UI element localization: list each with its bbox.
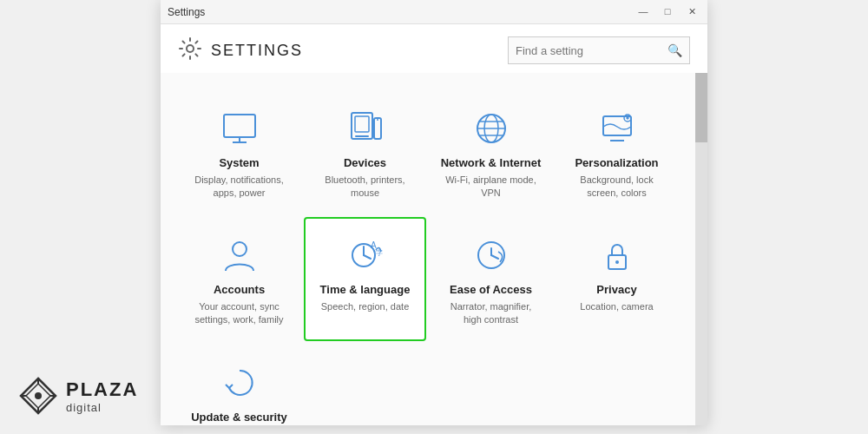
- time-name: Time & language: [320, 283, 411, 297]
- svg-rect-13: [355, 135, 369, 137]
- personalization-name: Personalization: [575, 156, 658, 170]
- title-bar: Settings — □ ✕: [161, 0, 707, 24]
- watermark: PLAZA digital: [17, 375, 138, 417]
- tile-accounts[interactable]: Accounts Your account, sync settings, wo…: [178, 217, 300, 340]
- devices-name: Devices: [344, 156, 386, 170]
- svg-point-7: [187, 45, 194, 52]
- svg-rect-8: [224, 115, 255, 137]
- privacy-name: Privacy: [596, 283, 636, 297]
- system-name: System: [219, 156, 259, 170]
- svg-point-2: [35, 392, 42, 399]
- accounts-name: Accounts: [214, 283, 265, 297]
- settings-grid: System Display, notifications, apps, pow…: [169, 82, 687, 425]
- tile-network[interactable]: Network & Internet Wi-Fi, airplane mode,…: [430, 90, 552, 214]
- settings-header: SETTINGS 🔍: [161, 24, 707, 73]
- tile-ease[interactable]: Ease of Access Narrator, magnifier, high…: [430, 217, 552, 340]
- svg-point-33: [615, 260, 619, 264]
- tile-update[interactable]: Update & security: [178, 345, 300, 425]
- network-name: Network & Internet: [441, 156, 542, 170]
- content-area: System Display, notifications, apps, pow…: [161, 73, 695, 425]
- tile-time[interactable]: A 字 Time & language Speech, region, date: [304, 217, 426, 340]
- settings-window: Settings — □ ✕ SETTINGS 🔍: [161, 0, 707, 425]
- accounts-desc: Your account, sync settings, work, famil…: [188, 300, 290, 327]
- scrollbar-track[interactable]: [695, 73, 707, 425]
- svg-rect-21: [603, 116, 631, 135]
- close-button[interactable]: ✕: [683, 7, 700, 16]
- watermark-digital: digital: [66, 401, 138, 414]
- privacy-icon: [596, 234, 638, 276]
- svg-rect-12: [355, 116, 369, 132]
- watermark-plaza: PLAZA: [66, 378, 138, 401]
- tile-system[interactable]: System Display, notifications, apps, pow…: [178, 90, 300, 214]
- window-title: Settings: [168, 6, 205, 18]
- search-icon: 🔍: [667, 43, 682, 57]
- watermark-text: PLAZA digital: [66, 378, 138, 414]
- privacy-desc: Location, camera: [580, 300, 653, 313]
- ease-desc: Narrator, magnifier, high contrast: [440, 300, 542, 327]
- svg-point-24: [233, 242, 247, 256]
- tile-devices[interactable]: Devices Bluetooth, printers, mouse: [304, 90, 426, 214]
- svg-rect-14: [374, 118, 381, 139]
- network-desc: Wi-Fi, airplane mode, VPN: [440, 174, 542, 201]
- tile-personalization[interactable]: Personalization Background, lock screen,…: [556, 90, 678, 214]
- personalization-icon: [596, 108, 638, 149]
- settings-title: SETTINGS: [211, 42, 303, 60]
- maximize-button[interactable]: □: [659, 7, 676, 16]
- network-icon: [470, 108, 512, 149]
- devices-desc: Bluetooth, printers, mouse: [314, 174, 416, 201]
- svg-text:字: 字: [376, 249, 383, 257]
- system-icon: [219, 108, 260, 149]
- time-desc: Speech, region, date: [321, 300, 410, 313]
- scrollbar-thumb[interactable]: [695, 73, 707, 142]
- tile-privacy[interactable]: Privacy Location, camera: [556, 217, 678, 340]
- devices-icon: [345, 108, 386, 149]
- update-icon: [219, 362, 260, 404]
- time-icon: A 字: [345, 234, 386, 276]
- ease-icon: [470, 234, 512, 276]
- accounts-icon: [219, 234, 260, 276]
- svg-point-15: [377, 119, 378, 121]
- ease-name: Ease of Access: [450, 283, 532, 297]
- minimize-button[interactable]: —: [635, 7, 652, 16]
- search-input[interactable]: [516, 44, 667, 57]
- plaza-logo-icon: [17, 375, 59, 417]
- system-desc: Display, notifications, apps, power: [188, 174, 290, 201]
- personalization-desc: Background, lock screen, colors: [566, 174, 667, 201]
- window-body: System Display, notifications, apps, pow…: [161, 73, 707, 425]
- update-name: Update & security: [191, 411, 287, 424]
- search-box[interactable]: 🔍: [508, 36, 690, 64]
- gear-icon: [178, 36, 202, 64]
- title-bar-controls: — □ ✕: [635, 7, 700, 16]
- settings-title-area: SETTINGS: [178, 36, 303, 64]
- svg-line-27: [364, 255, 371, 259]
